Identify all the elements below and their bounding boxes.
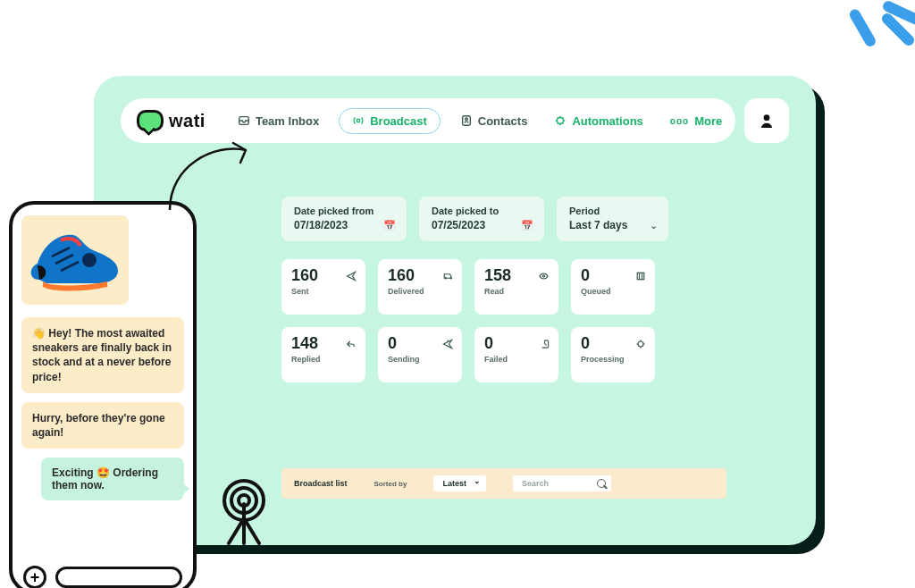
- processing-icon: [635, 337, 646, 353]
- svg-point-1: [357, 119, 360, 122]
- sending-icon: [442, 337, 453, 353]
- filter-label: Date picked from: [294, 206, 394, 216]
- svg-rect-7: [637, 273, 644, 280]
- stat-read: 158 Read: [474, 259, 558, 315]
- stat-failed: 0 Failed: [474, 327, 558, 382]
- failed-icon: [540, 337, 550, 353]
- nav-label: Team Inbox: [256, 114, 319, 128]
- chevron-down-icon: ⌄: [650, 220, 658, 231]
- delivered-icon: [442, 269, 453, 285]
- calendar-icon: 📅: [383, 220, 396, 231]
- nav-automations[interactable]: Automations: [547, 109, 650, 133]
- automations-icon: [554, 114, 567, 127]
- brand-name: wati: [169, 111, 206, 131]
- broadcast-panel: Date picked from 07/18/2023 📅 Date picke…: [246, 174, 762, 518]
- nav-label: Automations: [572, 114, 642, 128]
- stat-queued: 0 Queued: [571, 259, 655, 315]
- stat-sending: 0 Sending: [378, 327, 462, 382]
- profile-button[interactable]: [744, 98, 789, 143]
- stat-label: Sent: [291, 287, 356, 296]
- sorted-by-label: Sorted by: [374, 480, 407, 488]
- chat-bubble-icon: [137, 110, 164, 131]
- message-input[interactable]: [55, 567, 182, 588]
- nav-label: More: [694, 114, 722, 128]
- stat-label: Sending: [388, 355, 452, 364]
- stat-label: Read: [484, 287, 549, 296]
- stat-label: Delivered: [388, 287, 452, 296]
- svg-point-5: [764, 114, 770, 121]
- chat-message-1: 👋 Hey! The most awaited sneakers are fin…: [21, 317, 184, 393]
- stat-sent: 160 Sent: [281, 259, 365, 315]
- filter-label: Period: [569, 206, 656, 216]
- eye-icon: [538, 269, 550, 285]
- filter-value: Last 7 days: [569, 219, 627, 231]
- calendar-icon: 📅: [521, 220, 533, 231]
- reply-icon: [345, 337, 357, 353]
- period-filter[interactable]: Period Last 7 days ⌄: [557, 197, 668, 241]
- svg-point-12: [82, 253, 97, 267]
- stat-replied: 148 Replied: [281, 327, 365, 382]
- phone-compose-bar: +: [23, 557, 182, 588]
- filter-value: 07/18/2023: [294, 219, 348, 231]
- nav-contacts[interactable]: Contacts: [453, 109, 535, 133]
- stat-label: Queued: [581, 287, 645, 296]
- brand-logo: wati: [137, 110, 206, 131]
- nav-team-inbox[interactable]: Team Inbox: [231, 109, 326, 133]
- date-to-filter[interactable]: Date picked to 07/25/2023 📅: [419, 197, 544, 241]
- stat-delivered: 160 Delivered: [378, 259, 462, 315]
- queued-icon: [635, 269, 646, 285]
- nav-more[interactable]: ooo More: [663, 109, 729, 133]
- stat-processing: 0 Processing: [571, 327, 655, 382]
- more-icon: ooo: [670, 116, 689, 126]
- date-from-filter[interactable]: Date picked from 07/18/2023 📅: [281, 197, 407, 241]
- attach-button[interactable]: +: [23, 566, 46, 588]
- nav-label: Broadcast: [370, 114, 427, 128]
- broadcast-search[interactable]: Search: [513, 475, 611, 491]
- person-icon: [759, 113, 775, 129]
- filter-label: Date picked to: [432, 206, 532, 216]
- stat-label: Replied: [291, 355, 356, 364]
- sort-select[interactable]: Latest: [433, 475, 486, 491]
- send-icon: [346, 269, 357, 285]
- filter-value: 07/25/2023: [432, 219, 485, 231]
- sneaker-illustration: [21, 215, 129, 305]
- stat-label: Processing: [581, 355, 645, 364]
- nav-label: Contacts: [478, 114, 528, 128]
- broadcast-list-title: Broadcast list: [294, 479, 348, 488]
- antenna-icon: [213, 474, 275, 545]
- phone-mock: 👋 Hey! The most awaited sneakers are fin…: [9, 201, 197, 588]
- chat-reply: Exciting 🤩 Ordering them now.: [41, 458, 184, 500]
- contacts-icon: [460, 114, 473, 127]
- inbox-icon: [238, 114, 250, 127]
- chat-message-2: Hurry, before they're gone again!: [21, 402, 184, 449]
- filter-row: Date picked from 07/18/2023 📅 Date picke…: [281, 197, 668, 241]
- pointer-arrow: [161, 134, 259, 214]
- broadcast-list-bar: Broadcast list Sorted by Latest Search: [281, 468, 726, 499]
- decorative-burst: [847, 13, 888, 46]
- stat-label: Failed: [484, 355, 549, 364]
- product-image-card: [21, 215, 129, 305]
- nav-broadcast[interactable]: Broadcast: [339, 108, 441, 134]
- broadcast-icon: [352, 114, 365, 127]
- svg-point-3: [465, 118, 467, 121]
- svg-point-6: [542, 275, 544, 277]
- svg-point-8: [638, 341, 643, 347]
- stats-grid: 160 Sent 160 Delivered 158 Read 0 Queued…: [281, 259, 655, 382]
- search-placeholder: Search: [522, 479, 549, 488]
